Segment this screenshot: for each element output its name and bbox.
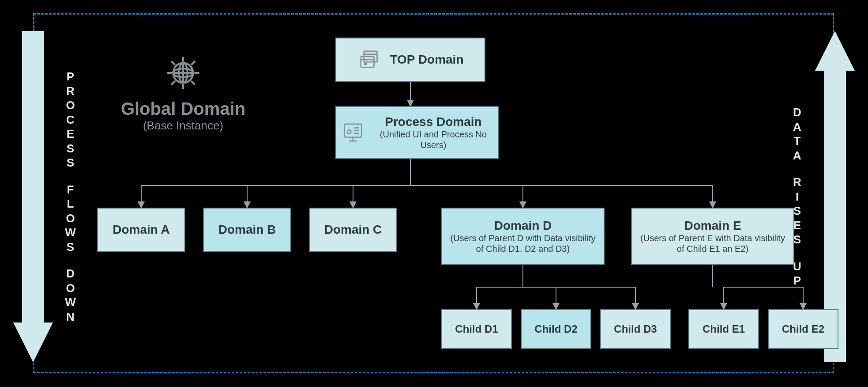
vertical-word: DATA: [793, 105, 802, 163]
process-domain-title: Process Domain: [373, 115, 493, 129]
windows-icon: [357, 47, 382, 72]
domain-b-title: Domain B: [218, 223, 276, 237]
child-d2-node: Child D2: [521, 309, 591, 349]
child-e2-node: Child E2: [768, 309, 838, 349]
global-domain-label: Global Domain (Base Instance): [106, 53, 260, 133]
domain-c-node: Domain C: [309, 208, 397, 252]
vertical-word: UP: [793, 259, 802, 288]
child-d2-title: Child D2: [534, 323, 577, 335]
diagram-stage: PROCESSFLOWSDOWN DATARISESUP Global Doma…: [0, 0, 868, 387]
domain-e-subtitle: (Users of Parent E with Data visibility …: [636, 233, 789, 254]
top-domain-title: TOP Domain: [390, 53, 463, 67]
left-arrow-label: PROCESSFLOWSDOWN: [60, 31, 82, 362]
vertical-word: DOWN: [65, 266, 76, 324]
svg-line-14: [191, 61, 195, 64]
process-flows-down-arrow: [13, 31, 53, 362]
domain-a-node: Domain A: [97, 208, 185, 252]
child-e2-title: Child E2: [782, 323, 824, 335]
svg-line-12: [191, 81, 195, 84]
domain-e-title: Domain E: [684, 219, 741, 233]
vertical-word: RISES: [793, 175, 802, 247]
child-d1-node: Child D1: [441, 309, 512, 349]
svg-line-11: [171, 61, 175, 64]
vertical-word: FLOWS: [65, 182, 76, 254]
domain-d-node: Domain D (Users of Parent D with Data vi…: [441, 208, 605, 265]
process-monitor-icon: [341, 120, 365, 145]
process-domain-subtitle: (Unified UI and Process No Users): [373, 129, 493, 150]
svg-point-22: [347, 130, 351, 134]
child-d3-node: Child D3: [600, 309, 671, 349]
domain-e-node: Domain E (Users of Parent E with Data vi…: [631, 208, 794, 265]
top-domain-node: TOP Domain: [335, 38, 485, 82]
globe-gear-icon: [163, 53, 203, 93]
child-d3-title: Child D3: [614, 323, 657, 335]
domain-a-title: Domain A: [113, 223, 170, 237]
domain-d-subtitle: (Users of Parent D with Data visibility …: [447, 233, 599, 254]
child-e1-title: Child E1: [703, 323, 745, 335]
global-domain-subtitle: (Base Instance): [106, 119, 260, 133]
domain-c-title: Domain C: [324, 223, 382, 237]
vertical-word: PROCESS: [66, 69, 75, 170]
process-domain-node: Process Domain (Unified UI and Process N…: [335, 106, 499, 159]
domain-d-title: Domain D: [494, 219, 552, 233]
global-domain-title: Global Domain: [106, 99, 260, 119]
domain-b-node: Domain B: [203, 208, 291, 252]
child-e1-node: Child E1: [688, 309, 759, 349]
svg-marker-0: [13, 31, 53, 362]
svg-line-13: [171, 81, 175, 84]
child-d1-title: Child D1: [455, 323, 498, 335]
